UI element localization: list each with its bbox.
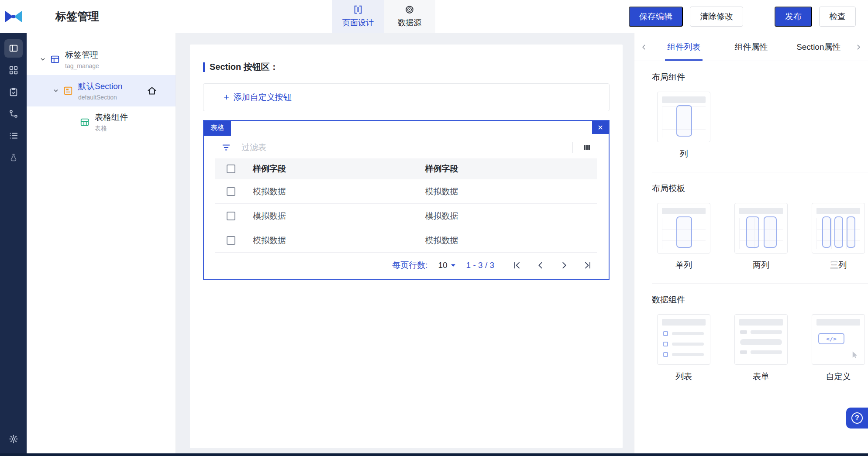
row-checkbox[interactable] xyxy=(227,187,235,196)
component-card-list[interactable]: 列表 xyxy=(657,314,710,382)
section-title: 数据组件 xyxy=(652,294,851,305)
list-thumbnail xyxy=(657,314,710,365)
first-page-icon[interactable] xyxy=(508,257,526,274)
rail-item-checklist[interactable] xyxy=(4,83,23,101)
chevron-left-icon[interactable] xyxy=(638,33,650,61)
table-row[interactable]: 模拟数据 模拟数据 xyxy=(215,228,597,253)
tree-node-table-component[interactable]: 表格组件 表格 xyxy=(27,106,176,138)
header-tabs: 页面设计 数据源 xyxy=(332,0,435,33)
form-thumbnail xyxy=(734,314,788,365)
divider xyxy=(572,142,573,153)
plus-icon: + xyxy=(224,93,229,102)
layout-templates-section: 布局模板 单列 两列 xyxy=(652,172,868,283)
page-design-icon xyxy=(9,44,18,53)
component-card-custom[interactable]: </> 自定义 xyxy=(812,314,865,382)
template-card-one-column[interactable]: 单列 xyxy=(657,203,710,271)
rows-per-page-value: 10 xyxy=(438,261,447,270)
rail-item-lab[interactable] xyxy=(4,148,23,167)
table-cell: 模拟数据 xyxy=(253,235,425,246)
table-pagination: 每页行数: 10 1 - 3 / 3 xyxy=(215,253,597,278)
columns-settings-button[interactable] xyxy=(580,143,594,152)
tab-data-source[interactable]: 数据源 xyxy=(384,0,435,33)
header: 标签管理 页面设计 数据源 保存编辑 清除 xyxy=(27,0,868,33)
data-source-icon xyxy=(405,5,414,14)
right-panel: 组件列表 组件属性 Section属性 布局组件 列 xyxy=(634,33,868,456)
card-label: 两列 xyxy=(753,260,769,271)
table-component-selected[interactable]: 表格 ✕ xyxy=(203,120,610,280)
rows-per-page-select[interactable]: 10 xyxy=(438,261,455,270)
custom-thumbnail: </> xyxy=(812,314,865,365)
rail-item-settings[interactable] xyxy=(4,430,23,448)
page-design-icon xyxy=(353,5,363,14)
rows-per-page-label: 每页行数: xyxy=(392,260,427,271)
app-logo-icon[interactable] xyxy=(4,9,23,24)
caret-down-icon[interactable] xyxy=(52,88,60,94)
tab-label: 页面设计 xyxy=(342,17,374,28)
tab-component-list[interactable]: 组件列表 xyxy=(650,33,717,61)
tree-node-tag-manage[interactable]: 标签管理 tag_manage xyxy=(27,44,176,75)
design-canvas: Section 按钮区： + 添加自定义按钮 表格 ✕ xyxy=(176,33,634,456)
last-page-icon[interactable] xyxy=(579,257,596,274)
list-icon xyxy=(9,131,18,141)
component-card-form[interactable]: 表单 xyxy=(734,314,788,382)
cursor-pointer-icon xyxy=(851,351,859,359)
check-button[interactable]: 检查 xyxy=(819,7,856,27)
component-type-chip[interactable]: 表格 xyxy=(204,121,231,136)
next-page-icon[interactable] xyxy=(555,257,573,274)
table-cell: 模拟数据 xyxy=(253,186,425,197)
select-all-checkbox[interactable] xyxy=(227,165,235,173)
card-label: 列 xyxy=(680,148,688,160)
accent-bar xyxy=(203,62,205,72)
page-node-icon xyxy=(50,55,60,64)
card-label: 单列 xyxy=(675,260,692,271)
logo-cell xyxy=(0,0,27,33)
tab-page-design[interactable]: 页面设计 xyxy=(332,0,384,33)
prev-page-icon[interactable] xyxy=(532,257,549,274)
table-header-row: 样例字段 样例字段 xyxy=(215,158,597,179)
publish-button[interactable]: 发布 xyxy=(775,7,812,27)
flow-branch-icon xyxy=(9,109,18,119)
code-glyph: </> xyxy=(818,333,844,344)
settings-gear-icon xyxy=(9,434,18,444)
table-cell: 模拟数据 xyxy=(425,235,598,246)
chevron-right-icon[interactable] xyxy=(852,33,865,61)
save-edit-button[interactable]: 保存编辑 xyxy=(629,7,683,27)
row-checkbox[interactable] xyxy=(227,212,235,220)
section-buttons-label: Section 按钮区： xyxy=(203,61,610,73)
help-icon: ? xyxy=(851,412,863,424)
tab-component-props[interactable]: 组件属性 xyxy=(717,33,785,61)
rail-item-flow[interactable] xyxy=(4,105,23,123)
tree-node-default-section[interactable]: 默认Section defaultSection xyxy=(27,75,176,106)
canvas-card: Section 按钮区： + 添加自定义按钮 表格 ✕ xyxy=(190,45,623,448)
table-cell: 模拟数据 xyxy=(253,210,425,222)
card-label: 自定义 xyxy=(826,371,851,382)
pagination-buttons xyxy=(508,257,596,274)
right-panel-tabs: 组件列表 组件属性 Section属性 xyxy=(634,33,868,61)
section-buttons-label-text: Section 按钮区： xyxy=(210,61,279,73)
section-title: 布局组件 xyxy=(652,72,851,83)
row-checkbox[interactable] xyxy=(227,236,235,245)
rail-item-page-design[interactable] xyxy=(4,39,23,58)
close-icon[interactable]: ✕ xyxy=(592,121,609,134)
one-column-thumbnail xyxy=(657,203,710,254)
help-button[interactable]: ? xyxy=(846,408,868,429)
table-cell: 模拟数据 xyxy=(425,186,598,197)
three-columns-thumbnail xyxy=(812,203,865,254)
add-custom-button[interactable]: + 添加自定义按钮 xyxy=(203,83,610,111)
rail-item-list[interactable] xyxy=(4,127,23,145)
clear-changes-button[interactable]: 清除修改 xyxy=(690,7,743,27)
template-card-three-columns[interactable]: 三列 xyxy=(812,203,865,271)
tab-section-props[interactable]: Section属性 xyxy=(785,33,852,61)
table-row[interactable]: 模拟数据 模拟数据 xyxy=(215,204,597,228)
card-label: 三列 xyxy=(830,260,847,271)
home-icon[interactable] xyxy=(147,86,157,96)
layout-components-section: 布局组件 列 xyxy=(652,72,868,172)
table-row[interactable]: 模拟数据 模拟数据 xyxy=(215,179,597,204)
component-card-column[interactable]: 列 xyxy=(657,92,710,160)
template-card-two-columns[interactable]: 两列 xyxy=(734,203,788,271)
page-title: 标签管理 xyxy=(55,9,99,24)
filter-table-input[interactable] xyxy=(241,142,565,153)
caret-down-icon[interactable] xyxy=(39,56,47,62)
rail-item-components[interactable] xyxy=(4,61,23,79)
table-node-icon xyxy=(80,117,90,127)
